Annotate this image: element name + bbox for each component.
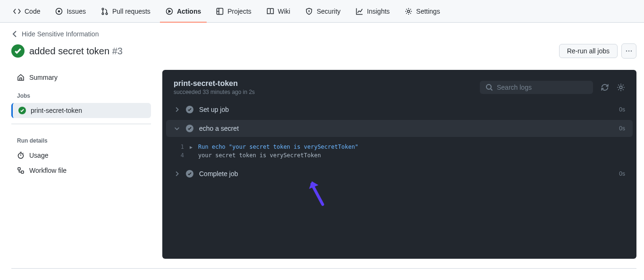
nav-pulls-label: Pull requests [112, 8, 151, 15]
step-success-icon [186, 106, 193, 113]
svg-point-1 [59, 10, 60, 12]
project-icon [216, 8, 224, 15]
sidebar-workflow-file-label: Workflow file [29, 167, 67, 174]
nav-settings[interactable]: Settings [399, 0, 446, 23]
nav-issues[interactable]: Issues [50, 0, 91, 23]
line-number: 1 [173, 144, 184, 150]
home-icon [17, 74, 25, 81]
sidebar-usage-label: Usage [29, 152, 48, 159]
back-link-label: Hide Sensitive Information [22, 30, 99, 38]
footer-divider [11, 268, 636, 269]
step-success-icon [186, 170, 193, 178]
sidebar-workflow-file[interactable]: Workflow file [11, 163, 151, 178]
step-name: Complete job [199, 170, 613, 178]
log-job-title: print-secret-token [174, 79, 255, 88]
nav-insights-label: Insights [367, 8, 390, 15]
run-number: #3 [112, 46, 123, 56]
svg-point-10 [628, 51, 629, 51]
rerun-job-button[interactable] [601, 83, 609, 92]
svg-point-3 [102, 13, 104, 15]
nav-insights[interactable]: Insights [350, 0, 395, 23]
nav-wiki[interactable]: Wiki [261, 0, 296, 23]
log-panel: print-secret-token succeeded 33 minutes … [162, 70, 636, 259]
svg-rect-13 [18, 168, 20, 170]
log-step-complete[interactable]: Complete job 0s [162, 165, 636, 182]
play-icon [166, 8, 173, 15]
run-title: added secret token #3 [29, 46, 123, 57]
svg-point-9 [626, 51, 627, 51]
nav-actions-label: Actions [177, 8, 201, 15]
svg-point-7 [309, 10, 309, 11]
gear-icon [617, 83, 625, 92]
sidebar-summary-label: Summary [29, 74, 58, 81]
shield-icon [305, 8, 313, 15]
book-icon [267, 8, 274, 15]
log-job-status: succeeded 33 minutes ago in 2s [174, 89, 255, 95]
sidebar-divider [11, 124, 151, 124]
line-text: your secret token is verySecretToken [198, 152, 321, 159]
svg-point-4 [106, 13, 108, 15]
sidebar-job-label: print-secret-token [31, 107, 82, 114]
line-text: Run echo "your secret token is verySecre… [198, 144, 359, 150]
step-name: echo a secret [199, 125, 613, 132]
run-status-success-icon [11, 44, 25, 58]
svg-point-16 [619, 86, 622, 89]
nav-issues-label: Issues [67, 8, 85, 15]
log-step-setup[interactable]: Set up job 0s [162, 101, 636, 118]
svg-point-11 [631, 51, 632, 51]
log-settings-button[interactable] [617, 83, 625, 92]
nav-code-label: Code [25, 8, 40, 15]
job-success-icon [18, 107, 26, 114]
search-logs-input[interactable] [497, 84, 587, 91]
sidebar-jobs-heading: Jobs [11, 85, 151, 103]
nav-code[interactable]: Code [8, 0, 46, 23]
kebab-menu-button[interactable] [621, 43, 636, 59]
svg-point-15 [486, 85, 491, 89]
log-output: 1 ▶ Run echo "your secret token is veryS… [162, 139, 636, 165]
step-duration: 0s [619, 106, 625, 113]
search-logs-box[interactable] [480, 81, 593, 94]
chevron-right-icon [174, 170, 180, 177]
git-pull-request-icon [101, 8, 109, 15]
log-line: 4 ▶ your secret token is verySecretToken [162, 151, 636, 160]
svg-point-8 [408, 10, 410, 12]
nav-pulls[interactable]: Pull requests [95, 0, 156, 23]
nav-projects[interactable]: Projects [210, 0, 257, 23]
sidebar-run-details-heading: Run details [11, 130, 151, 148]
log-line: 1 ▶ Run echo "your secret token is veryS… [162, 143, 636, 151]
chevron-down-icon [174, 125, 180, 132]
graph-icon [356, 8, 363, 15]
arrow-left-icon [11, 30, 19, 38]
svg-point-2 [102, 8, 104, 10]
svg-rect-14 [21, 171, 24, 173]
chevron-right-icon [174, 106, 180, 113]
nav-projects-label: Projects [227, 8, 251, 15]
back-link[interactable]: Hide Sensitive Information [11, 30, 636, 38]
nav-settings-label: Settings [416, 8, 440, 15]
step-duration: 0s [619, 125, 625, 132]
step-name: Set up job [199, 106, 613, 113]
step-duration: 0s [619, 170, 625, 177]
sidebar-summary[interactable]: Summary [11, 70, 151, 85]
sidebar-job-item[interactable]: print-secret-token [11, 103, 151, 118]
issues-icon [55, 8, 63, 15]
stopwatch-icon [17, 152, 25, 159]
line-number: 4 [173, 152, 184, 159]
triangle-right-icon[interactable]: ▶ [190, 144, 192, 150]
sidebar-usage[interactable]: Usage [11, 148, 151, 163]
sync-icon [601, 83, 609, 92]
code-icon [13, 8, 21, 15]
nav-wiki-label: Wiki [278, 8, 290, 15]
search-icon [485, 84, 493, 91]
log-step-echo[interactable]: echo a secret 0s [166, 120, 633, 137]
gear-icon [405, 8, 412, 15]
annotation-arrow-icon [306, 178, 330, 207]
nav-security-label: Security [317, 8, 341, 15]
nav-security[interactable]: Security [300, 0, 346, 23]
kebab-horizontal-icon [625, 47, 633, 55]
rerun-all-jobs-button[interactable]: Re-run all jobs [559, 44, 618, 58]
step-success-icon [186, 125, 193, 132]
nav-actions[interactable]: Actions [160, 0, 207, 23]
workflow-file-icon [17, 167, 25, 174]
